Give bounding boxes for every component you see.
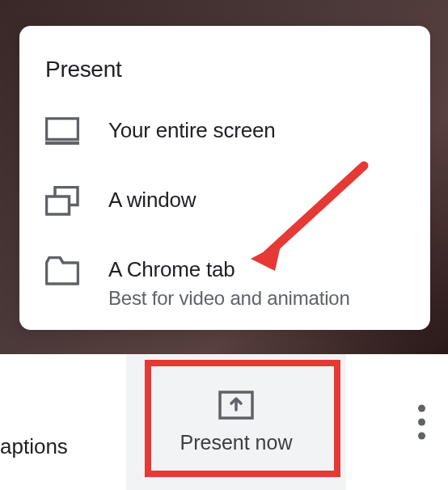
window-icon [45,184,79,218]
meeting-toolbar: aptions Present now [0,354,448,490]
present-now-label: Present now [180,431,293,454]
captions-button-partial[interactable]: aptions [0,434,68,459]
svg-rect-1 [45,142,79,145]
option-chrome-tab[interactable]: A Chrome tab Best for video and animatio… [45,254,404,310]
present-now-button[interactable]: Present now [126,354,346,490]
option-window[interactable]: A window [45,184,404,218]
option-label: A Chrome tab [108,257,350,282]
present-icon [218,391,254,420]
svg-rect-3 [47,196,70,214]
popup-title: Present [45,57,404,82]
more-options-button[interactable] [418,405,425,440]
option-entire-screen[interactable]: Your entire screen [45,115,404,149]
option-sublabel: Best for video and animation [108,287,350,310]
option-label: A window [108,188,196,213]
screen-icon [45,115,79,149]
present-menu-popup: Present Your entire screen A window [19,26,430,330]
tab-icon [45,254,79,288]
option-label: Your entire screen [108,118,275,143]
svg-rect-0 [47,119,78,140]
more-vertical-icon [418,405,425,412]
